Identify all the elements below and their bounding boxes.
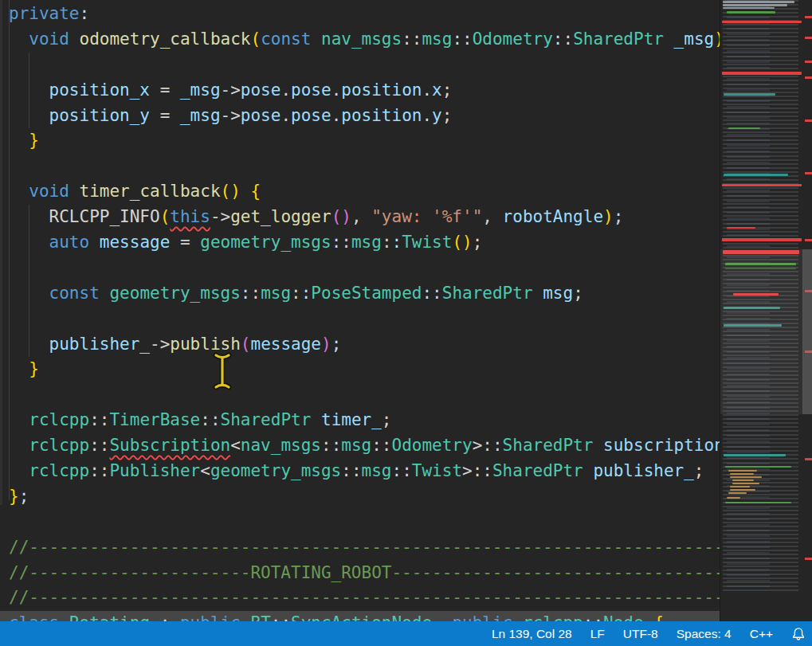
code-editor[interactable]: private: void odometry_callback(const na… <box>0 0 720 621</box>
code-token: :: <box>89 461 109 480</box>
notifications-bell-icon[interactable] <box>791 627 806 641</box>
code-token: = <box>150 106 180 125</box>
code-line[interactable] <box>0 256 720 281</box>
code-line[interactable]: auto message = geometry_msgs::msg::Twist… <box>0 230 720 256</box>
code-line[interactable] <box>0 307 720 332</box>
minimap[interactable] <box>720 0 803 621</box>
code-line[interactable] <box>0 382 720 408</box>
status-item-encoding[interactable]: UTF-8 <box>623 627 658 641</box>
code-token: public <box>180 613 241 621</box>
status-item-cursor-position[interactable]: Ln 139, Col 28 <box>492 627 572 641</box>
status-item-indentation[interactable]: Spaces: 4 <box>677 627 732 641</box>
code-token: ) <box>714 29 720 49</box>
code-token: RCLCPP_INFO <box>49 207 160 226</box>
code-token: , <box>432 613 452 621</box>
code-token: msg <box>362 461 392 480</box>
code-line[interactable]: rclcpp::Publisher<geometry_msgs::msg::Tw… <box>0 459 720 484</box>
code-token: private <box>9 4 80 23</box>
scrollbar[interactable] <box>802 0 812 621</box>
code-token: geometry_msgs <box>210 461 341 480</box>
minimap-marker <box>727 227 755 229</box>
code-token: _msg <box>674 29 715 49</box>
code-line[interactable]: //--------------------------------------… <box>0 585 720 611</box>
code-token: } <box>29 359 39 378</box>
code-token: position_y <box>49 106 150 125</box>
code-line[interactable]: private: <box>0 2 720 27</box>
code-token: :: <box>321 436 341 455</box>
code-token: -> <box>221 80 241 100</box>
overview-ruler-error-tick <box>805 61 812 63</box>
code-token: nav_msgs <box>241 436 321 455</box>
code-token: position <box>341 80 422 100</box>
code-line[interactable]: class Rotating : public BT::SyncActionNo… <box>0 611 720 621</box>
status-bar: Ln 139, Col 28 LF UTF-8 Spaces: 4 C++ <box>0 621 812 646</box>
scrollbar-thumb[interactable] <box>802 249 812 414</box>
code-line[interactable] <box>0 154 720 179</box>
code-token: subscription_ <box>603 436 720 455</box>
minimap-marker <box>728 470 756 472</box>
code-token: Publisher <box>109 461 200 480</box>
code-token <box>69 29 80 49</box>
minimap-slider[interactable] <box>720 249 803 414</box>
minimap-marker <box>732 483 759 484</box>
code-token: < <box>230 436 241 455</box>
code-token <box>9 29 29 49</box>
minimap-marker <box>730 476 762 478</box>
code-token: y <box>432 106 442 125</box>
code-token: :: <box>331 233 351 252</box>
code-token: pose <box>241 106 281 125</box>
code-line[interactable]: rclcpp::Subscription<nav_msgs::msg::Odom… <box>0 433 720 459</box>
code-line[interactable]: void timer_callback() { <box>0 179 720 205</box>
code-token: Twist <box>412 461 462 480</box>
code-token: { <box>653 613 664 621</box>
code-line[interactable]: } <box>0 128 720 154</box>
code-token <box>9 410 29 429</box>
code-token: pose <box>241 80 281 100</box>
code-line[interactable]: }; <box>0 484 720 510</box>
code-token: >:: <box>462 461 492 480</box>
code-token: Odometry <box>473 29 553 49</box>
code-token: rclcpp <box>29 436 89 455</box>
code-token: publisher_ <box>49 335 150 354</box>
code-token: SharedPtr <box>492 461 583 480</box>
code-token: :: <box>392 461 412 480</box>
code-line[interactable]: //----------------------ROTATING_ROBOT--… <box>0 561 720 586</box>
code-line[interactable] <box>0 53 720 78</box>
minimap-marker <box>722 238 802 241</box>
code-line[interactable]: const geometry_msgs::msg::PoseStamped::S… <box>0 281 720 307</box>
code-token: pose <box>291 80 331 100</box>
code-token <box>9 233 49 252</box>
code-token: :: <box>452 29 472 49</box>
status-item-language-mode[interactable]: C++ <box>750 627 773 641</box>
code-token: SharedPtr <box>221 410 312 429</box>
code-token: Node <box>603 613 644 621</box>
code-token: . <box>331 80 342 100</box>
minimap-marker <box>732 480 754 481</box>
code-line[interactable]: publisher_->publish(message); <box>0 332 720 358</box>
status-item-eol-sequence[interactable]: LF <box>590 627 605 641</box>
code-line[interactable]: } <box>0 357 720 382</box>
code-token: void <box>29 29 69 49</box>
code-token: x <box>432 80 442 100</box>
code-line[interactable]: position_x = _msg->pose.pose.position.x; <box>0 78 720 104</box>
code-token <box>241 613 251 621</box>
minimap-marker <box>722 21 802 23</box>
code-token: rclcpp <box>29 410 89 429</box>
code-line[interactable]: //--------------------------------------… <box>0 535 720 561</box>
code-line[interactable]: void odometry_callback(const nav_msgs::m… <box>0 27 720 53</box>
code-token <box>9 461 29 480</box>
code-token: -> <box>221 106 241 125</box>
code-token: . <box>331 106 342 125</box>
code-token: msg <box>422 29 452 49</box>
code-token: ; <box>442 106 453 125</box>
code-token <box>9 359 29 378</box>
code-line[interactable]: position_y = _msg->pose.pose.position.y; <box>0 104 720 129</box>
code-token <box>664 29 674 49</box>
code-token <box>311 29 321 49</box>
code-token: , <box>482 207 502 226</box>
code-line[interactable]: RCLCPP_INFO(this->get_logger(), "yaw: '%… <box>0 205 720 230</box>
code-line[interactable] <box>0 510 720 535</box>
code-token: msg <box>341 436 371 455</box>
code-token <box>100 284 110 303</box>
code-line[interactable]: rclcpp::TimerBase::SharedPtr timer_; <box>0 408 720 433</box>
